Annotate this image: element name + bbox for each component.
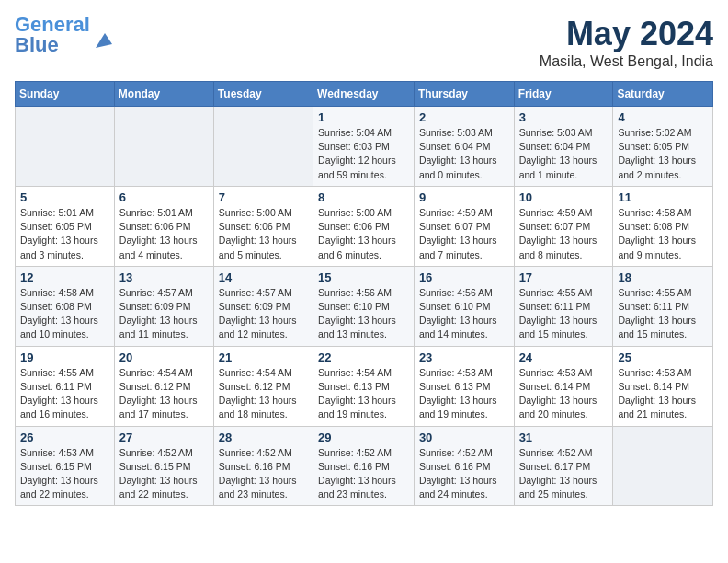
day-number: 5	[20, 190, 109, 204]
day-info: Sunrise: 5:02 AMSunset: 6:05 PMDaylight:…	[618, 126, 708, 182]
day-number: 4	[618, 110, 708, 124]
day-number: 6	[119, 190, 209, 204]
calendar-cell: 19Sunrise: 4:55 AMSunset: 6:11 PMDayligh…	[16, 346, 115, 426]
day-info: Sunrise: 4:52 AMSunset: 6:16 PMDaylight:…	[219, 446, 308, 502]
calendar-header-saturday: Saturday	[613, 82, 713, 107]
day-info: Sunrise: 4:52 AMSunset: 6:15 PMDaylight:…	[119, 446, 209, 502]
calendar-cell: 6Sunrise: 5:01 AMSunset: 6:06 PMDaylight…	[114, 186, 213, 266]
calendar-cell: 14Sunrise: 4:57 AMSunset: 6:09 PMDayligh…	[213, 266, 313, 346]
calendar-cell: 17Sunrise: 4:55 AMSunset: 6:11 PMDayligh…	[514, 266, 613, 346]
day-number: 7	[219, 190, 308, 204]
calendar-cell: 27Sunrise: 4:52 AMSunset: 6:15 PMDayligh…	[114, 426, 213, 506]
day-number: 29	[318, 431, 409, 444]
calendar-header-wednesday: Wednesday	[313, 82, 415, 107]
day-number: 28	[219, 431, 308, 444]
day-info: Sunrise: 4:59 AMSunset: 6:07 PMDaylight:…	[519, 206, 609, 262]
calendar-header-row: SundayMondayTuesdayWednesdayThursdayFrid…	[16, 82, 713, 107]
title-block: May 2024 Masila, West Bengal, India	[540, 15, 713, 70]
calendar-cell: 15Sunrise: 4:56 AMSunset: 6:10 PMDayligh…	[313, 266, 415, 346]
logo-text: GeneralBlue	[15, 15, 90, 55]
calendar-week-row: 19Sunrise: 4:55 AMSunset: 6:11 PMDayligh…	[16, 346, 713, 426]
day-number: 3	[519, 110, 609, 124]
day-info: Sunrise: 4:57 AMSunset: 6:09 PMDaylight:…	[119, 286, 209, 342]
calendar-week-row: 12Sunrise: 4:58 AMSunset: 6:08 PMDayligh…	[16, 266, 713, 346]
calendar-cell: 29Sunrise: 4:52 AMSunset: 6:16 PMDayligh…	[313, 426, 415, 506]
day-info: Sunrise: 4:56 AMSunset: 6:10 PMDaylight:…	[419, 286, 509, 342]
calendar-header-thursday: Thursday	[414, 82, 514, 107]
calendar-cell: 7Sunrise: 5:00 AMSunset: 6:06 PMDaylight…	[213, 186, 313, 266]
calendar-cell: 28Sunrise: 4:52 AMSunset: 6:16 PMDayligh…	[213, 426, 313, 506]
calendar-week-row: 26Sunrise: 4:53 AMSunset: 6:15 PMDayligh…	[16, 426, 713, 506]
day-info: Sunrise: 4:57 AMSunset: 6:09 PMDaylight:…	[219, 286, 308, 342]
day-number: 25	[618, 350, 708, 364]
calendar-cell: 12Sunrise: 4:58 AMSunset: 6:08 PMDayligh…	[16, 266, 115, 346]
day-number: 14	[219, 270, 308, 284]
day-number: 21	[219, 350, 308, 364]
calendar-cell: 25Sunrise: 4:53 AMSunset: 6:14 PMDayligh…	[613, 346, 713, 426]
day-info: Sunrise: 5:03 AMSunset: 6:04 PMDaylight:…	[519, 126, 609, 182]
calendar-cell: 11Sunrise: 4:58 AMSunset: 6:08 PMDayligh…	[613, 186, 713, 266]
calendar-cell: 21Sunrise: 4:54 AMSunset: 6:12 PMDayligh…	[213, 346, 313, 426]
day-info: Sunrise: 5:03 AMSunset: 6:04 PMDaylight:…	[419, 126, 509, 182]
day-number: 18	[618, 270, 708, 284]
calendar-cell: 1Sunrise: 5:04 AMSunset: 6:03 PMDaylight…	[313, 107, 415, 187]
day-info: Sunrise: 4:58 AMSunset: 6:08 PMDaylight:…	[20, 286, 109, 342]
calendar-cell: 31Sunrise: 4:52 AMSunset: 6:17 PMDayligh…	[514, 426, 613, 506]
day-info: Sunrise: 4:55 AMSunset: 6:11 PMDaylight:…	[20, 366, 109, 422]
calendar-cell: 18Sunrise: 4:55 AMSunset: 6:11 PMDayligh…	[613, 266, 713, 346]
day-number: 16	[419, 270, 509, 284]
svg-marker-0	[96, 33, 112, 48]
day-number: 22	[318, 350, 409, 364]
logo-arrow-icon	[92, 31, 112, 52]
day-number: 23	[419, 350, 509, 364]
day-info: Sunrise: 5:01 AMSunset: 6:06 PMDaylight:…	[119, 206, 209, 262]
day-info: Sunrise: 4:53 AMSunset: 6:15 PMDaylight:…	[20, 446, 109, 502]
day-info: Sunrise: 4:53 AMSunset: 6:13 PMDaylight:…	[419, 366, 509, 422]
day-number: 2	[419, 110, 509, 124]
calendar-header-friday: Friday	[514, 82, 613, 107]
day-number: 30	[419, 431, 509, 444]
calendar-cell: 26Sunrise: 4:53 AMSunset: 6:15 PMDayligh…	[16, 426, 115, 506]
day-info: Sunrise: 4:53 AMSunset: 6:14 PMDaylight:…	[519, 366, 609, 422]
day-number: 27	[119, 431, 209, 444]
calendar-cell: 16Sunrise: 4:56 AMSunset: 6:10 PMDayligh…	[414, 266, 514, 346]
day-info: Sunrise: 4:58 AMSunset: 6:08 PMDaylight:…	[618, 206, 708, 262]
day-info: Sunrise: 4:54 AMSunset: 6:13 PMDaylight:…	[318, 366, 409, 422]
day-number: 8	[318, 190, 409, 204]
day-info: Sunrise: 4:55 AMSunset: 6:11 PMDaylight:…	[519, 286, 609, 342]
day-number: 12	[20, 270, 109, 284]
calendar-cell: 8Sunrise: 5:00 AMSunset: 6:06 PMDaylight…	[313, 186, 415, 266]
day-number: 15	[318, 270, 409, 284]
day-number: 24	[519, 350, 609, 364]
day-number: 1	[318, 110, 409, 124]
location-text: Masila, West Bengal, India	[540, 53, 713, 70]
calendar-cell: 10Sunrise: 4:59 AMSunset: 6:07 PMDayligh…	[514, 186, 613, 266]
day-info: Sunrise: 4:55 AMSunset: 6:11 PMDaylight:…	[618, 286, 708, 342]
calendar-cell: 13Sunrise: 4:57 AMSunset: 6:09 PMDayligh…	[114, 266, 213, 346]
calendar-cell: 9Sunrise: 4:59 AMSunset: 6:07 PMDaylight…	[414, 186, 514, 266]
day-number: 17	[519, 270, 609, 284]
day-info: Sunrise: 4:52 AMSunset: 6:16 PMDaylight:…	[419, 446, 509, 502]
day-info: Sunrise: 5:04 AMSunset: 6:03 PMDaylight:…	[318, 126, 409, 182]
day-info: Sunrise: 4:53 AMSunset: 6:14 PMDaylight:…	[618, 366, 708, 422]
day-info: Sunrise: 4:52 AMSunset: 6:16 PMDaylight:…	[318, 446, 409, 502]
calendar-cell	[114, 107, 213, 187]
calendar-cell	[16, 107, 115, 187]
day-number: 13	[119, 270, 209, 284]
calendar-cell: 30Sunrise: 4:52 AMSunset: 6:16 PMDayligh…	[414, 426, 514, 506]
day-number: 31	[519, 431, 609, 444]
calendar-cell: 24Sunrise: 4:53 AMSunset: 6:14 PMDayligh…	[514, 346, 613, 426]
calendar-cell	[613, 426, 713, 506]
day-info: Sunrise: 5:01 AMSunset: 6:05 PMDaylight:…	[20, 206, 109, 262]
calendar-week-row: 5Sunrise: 5:01 AMSunset: 6:05 PMDaylight…	[16, 186, 713, 266]
day-info: Sunrise: 5:00 AMSunset: 6:06 PMDaylight:…	[318, 206, 409, 262]
calendar-cell: 3Sunrise: 5:03 AMSunset: 6:04 PMDaylight…	[514, 107, 613, 187]
calendar-cell	[213, 107, 313, 187]
day-info: Sunrise: 5:00 AMSunset: 6:06 PMDaylight:…	[219, 206, 308, 262]
logo: GeneralBlue	[15, 15, 112, 55]
day-info: Sunrise: 4:54 AMSunset: 6:12 PMDaylight:…	[219, 366, 308, 422]
day-number: 19	[20, 350, 109, 364]
calendar-header-monday: Monday	[114, 82, 213, 107]
day-info: Sunrise: 4:56 AMSunset: 6:10 PMDaylight:…	[318, 286, 409, 342]
day-number: 20	[119, 350, 209, 364]
